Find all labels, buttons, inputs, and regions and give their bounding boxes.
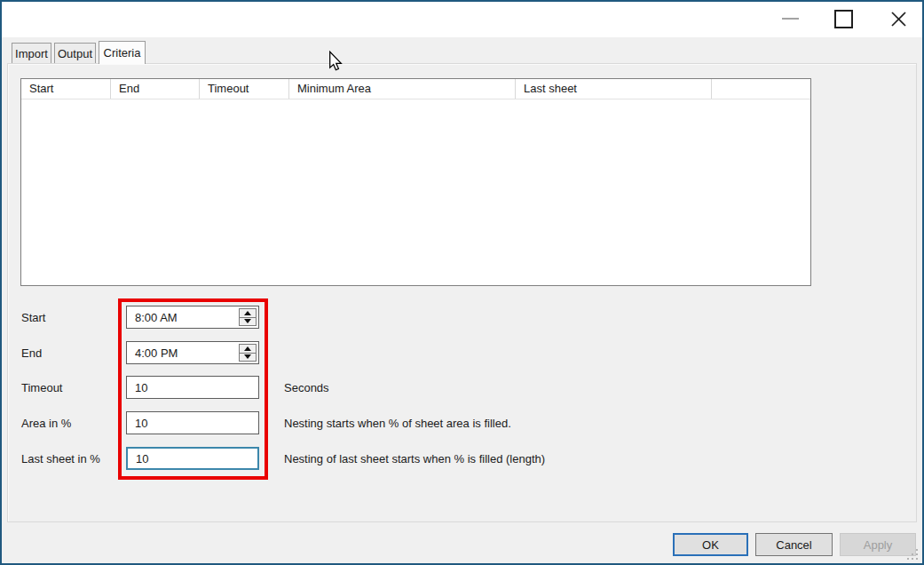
timeout-field[interactable] (126, 376, 259, 399)
start-spinner (239, 308, 257, 326)
tab-criteria-label: Criteria (104, 46, 141, 60)
end-field[interactable] (126, 341, 259, 364)
timeout-input[interactable] (127, 377, 258, 398)
minimize-icon (782, 18, 799, 20)
column-header-timeout[interactable]: Timeout (200, 79, 289, 99)
arrow-up-icon (244, 346, 251, 351)
column-header-end[interactable]: End (111, 79, 200, 99)
start-input[interactable] (127, 306, 237, 328)
end-spin-down[interactable] (240, 354, 256, 362)
timeout-hint: Seconds (284, 376, 329, 399)
tab-criteria[interactable]: Criteria (99, 41, 146, 64)
end-spin-up[interactable] (240, 345, 256, 354)
maximize-button[interactable] (831, 9, 856, 28)
column-header-last-sheet[interactable]: Last sheet (516, 79, 712, 99)
title-bar[interactable] (2, 2, 922, 37)
last-sheet-label: Last sheet in % (21, 447, 100, 470)
cancel-button[interactable]: Cancel (755, 533, 833, 556)
start-spin-down[interactable] (240, 318, 256, 326)
column-header-minimum-area[interactable]: Minimum Area (289, 79, 516, 99)
apply-button: Apply (840, 533, 916, 556)
ok-button[interactable]: OK (673, 533, 748, 556)
arrow-up-icon (244, 311, 251, 315)
dialog-window: Import Output Criteria Start End Timeout… (0, 0, 924, 565)
tab-import[interactable]: Import (12, 43, 51, 63)
criteria-list-header: Start End Timeout Minimum Area Last shee… (21, 79, 810, 99)
ok-button-label: OK (702, 538, 719, 552)
tab-import-label: Import (15, 47, 48, 60)
column-header-filler (712, 79, 810, 99)
area-hint: Nesting starts when % of sheet area is f… (284, 411, 511, 434)
timeout-label: Timeout (21, 376, 62, 399)
close-button[interactable] (886, 8, 911, 29)
end-label: End (21, 341, 42, 364)
last-sheet-field[interactable] (126, 447, 259, 470)
area-field[interactable] (126, 411, 259, 434)
arrow-down-icon (244, 354, 251, 359)
close-icon (889, 10, 908, 28)
start-field[interactable] (126, 306, 259, 329)
cancel-button-label: Cancel (776, 538, 811, 552)
area-label: Area in % (21, 411, 71, 434)
criteria-list[interactable]: Start End Timeout Minimum Area Last shee… (20, 78, 811, 286)
start-label: Start (21, 306, 45, 329)
tab-output[interactable]: Output (54, 43, 96, 63)
arrow-down-icon (244, 319, 251, 323)
start-spin-up[interactable] (240, 309, 256, 318)
end-input[interactable] (127, 342, 237, 363)
last-sheet-hint: Nesting of last sheet starts when % is f… (284, 447, 545, 470)
last-sheet-input[interactable] (128, 449, 257, 468)
minimize-button[interactable] (778, 9, 802, 28)
end-spinner (239, 344, 257, 362)
resize-grip-icon[interactable] (907, 549, 918, 560)
tab-output-label: Output (58, 47, 92, 60)
area-input[interactable] (127, 412, 258, 434)
maximize-icon (834, 10, 853, 28)
apply-button-label: Apply (864, 538, 893, 552)
column-header-start[interactable]: Start (21, 79, 111, 99)
